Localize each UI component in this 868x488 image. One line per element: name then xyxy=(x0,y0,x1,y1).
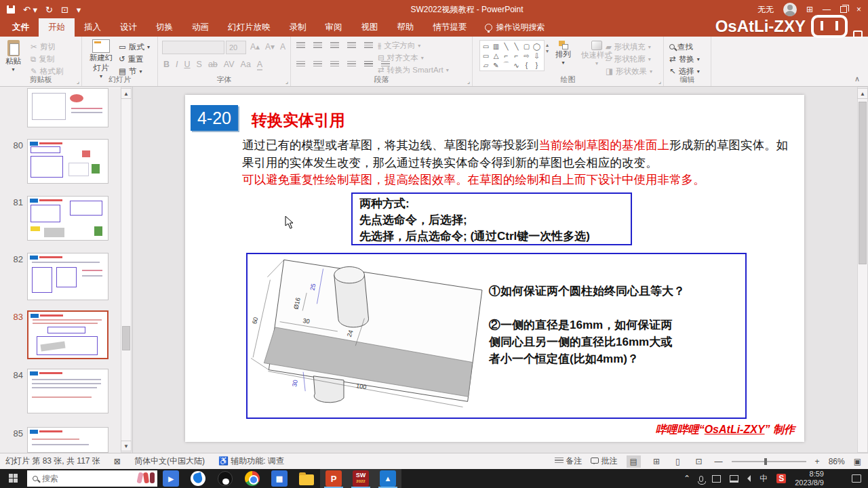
sougou-tray-icon[interactable]: S xyxy=(776,474,786,483)
taskbar-app-qq[interactable] xyxy=(212,469,239,488)
align-right-button[interactable] xyxy=(330,61,339,67)
start-button[interactable] xyxy=(0,469,27,488)
taskbar-app-explorer[interactable] xyxy=(293,469,320,488)
taskbar-app-photos[interactable]: ▲ xyxy=(374,469,401,488)
tab-record[interactable]: 录制 xyxy=(280,18,316,37)
justify-button[interactable] xyxy=(347,61,356,67)
save-icon[interactable] xyxy=(7,5,15,14)
microphone-icon[interactable] xyxy=(699,476,703,482)
underline-button[interactable]: U xyxy=(184,60,191,70)
device-tray-icon[interactable] xyxy=(712,475,721,483)
tab-storyboard[interactable]: 情节提要 xyxy=(424,18,477,37)
notes-button[interactable]: 备注 xyxy=(555,455,582,467)
taskbar-app-solidworks[interactable]: SW2022 xyxy=(347,469,374,488)
thumbnail-scroll-down-button[interactable]: ▼ xyxy=(121,441,132,451)
tab-view[interactable]: 视图 xyxy=(352,18,388,37)
thumbnail-scroll-up-button[interactable]: ▲ xyxy=(121,88,132,99)
line-spacing-button[interactable] xyxy=(364,42,373,48)
slide-canvas[interactable]: 4-20 转换实体引用 通过已有的模型或者草图，将其边线、草图轮廓等投影到当前绘… xyxy=(185,95,804,442)
zoom-slider-thumb[interactable] xyxy=(764,458,767,465)
thumbnail-slide-79[interactable] xyxy=(27,88,108,127)
cut-button[interactable]: ✂剪切 xyxy=(31,41,63,53)
minimize-button[interactable]: — xyxy=(823,5,831,14)
view-slide-sorter-button[interactable]: ⊞ xyxy=(650,455,663,468)
font-dialog-launcher[interactable]: ⌟ xyxy=(285,78,288,85)
paste-button[interactable]: 粘贴 ▾ xyxy=(5,40,21,73)
shadow-button[interactable]: S xyxy=(197,60,202,70)
clipboard-dialog-launcher[interactable]: ⌟ xyxy=(77,78,79,85)
char-spacing-button[interactable]: AV xyxy=(224,60,235,70)
main-scrollbar-thumb[interactable] xyxy=(859,102,867,264)
strikethrough-button[interactable]: ab xyxy=(208,60,218,70)
zoom-out-button[interactable]: — xyxy=(715,457,723,466)
qat-customize-button[interactable]: ▾ xyxy=(77,5,81,14)
layout-button[interactable]: ▭版式 xyxy=(119,41,150,53)
drawing-dialog-launcher[interactable]: ⌟ xyxy=(658,78,661,85)
font-color-button[interactable]: A xyxy=(257,60,262,70)
tab-insert[interactable]: 插入 xyxy=(75,18,111,37)
view-slideshow-button[interactable]: ⊡ xyxy=(692,455,706,468)
shapes-gallery-scroll[interactable]: ▴▾ xyxy=(546,42,549,54)
zoom-percentage[interactable]: 86% xyxy=(829,457,845,466)
zoom-in-button[interactable]: + xyxy=(815,457,820,466)
shape-outline-button[interactable]: ▱形状轮廓 xyxy=(606,53,652,65)
font-size-combobox[interactable]: 20 xyxy=(226,41,246,54)
taskbar-app-powerpoint[interactable]: P xyxy=(320,469,347,488)
collapse-ribbon-button[interactable]: ∧ xyxy=(854,75,860,83)
tab-home[interactable]: 开始 xyxy=(39,18,75,37)
align-center-button[interactable] xyxy=(313,61,322,67)
tab-animations[interactable]: 动画 xyxy=(182,18,218,37)
taskbar-clock[interactable]: 8:592023/8/9 xyxy=(795,470,824,487)
find-button[interactable]: 查找 xyxy=(669,41,700,53)
tab-review[interactable]: 审阅 xyxy=(316,18,352,37)
taskbar-app-thunder[interactable] xyxy=(184,469,212,488)
user-avatar[interactable] xyxy=(783,3,797,16)
arrange-button[interactable]: 排列 ▾ xyxy=(555,41,571,66)
redo-button[interactable]: ↻ xyxy=(45,5,53,14)
tab-file[interactable]: 文件 xyxy=(3,18,39,37)
italic-button[interactable]: I xyxy=(176,60,178,70)
text-direction-button[interactable]: ⫵文字方向 xyxy=(378,39,449,52)
view-normal-button[interactable]: ▤ xyxy=(627,455,641,468)
increase-indent-button[interactable] xyxy=(347,42,356,48)
tab-transitions[interactable]: 切换 xyxy=(146,18,182,37)
reset-button[interactable]: ↺重置 xyxy=(119,53,150,65)
zoom-slider[interactable] xyxy=(732,461,806,462)
main-scroll-up-button[interactable]: ▲ xyxy=(857,88,868,99)
tray-expand-chevron[interactable]: ⌃ xyxy=(684,474,690,483)
taskbar-app-calculator[interactable]: ▦ xyxy=(266,469,293,488)
new-slide-button[interactable]: 新建幻灯片 ▾ xyxy=(86,39,116,79)
thumbnail-slide-84[interactable] xyxy=(27,369,108,413)
shrink-font-button[interactable]: A▾ xyxy=(265,42,275,52)
start-slideshow-button[interactable]: ⊡ xyxy=(61,5,68,14)
thumbnail-slide-81[interactable] xyxy=(27,196,108,241)
tab-slideshow[interactable]: 幻灯片放映 xyxy=(218,18,280,37)
spell-check-icon[interactable]: ⊠ xyxy=(114,457,121,466)
thumbnail-slide-85[interactable] xyxy=(27,427,108,453)
language-indicator[interactable]: 简体中文(中国大陆) xyxy=(134,455,205,467)
bold-button[interactable]: B xyxy=(163,60,170,70)
align-left-button[interactable] xyxy=(296,61,305,67)
change-case-button[interactable]: Aa xyxy=(241,60,251,70)
thumbnail-slide-83-selected[interactable] xyxy=(27,310,108,359)
view-reading-button[interactable]: ▯ xyxy=(672,455,684,468)
restore-button[interactable] xyxy=(840,6,847,13)
taskbar-search[interactable] xyxy=(27,470,157,487)
tab-help[interactable]: 帮助 xyxy=(388,18,424,37)
thumbnail-scrollbar[interactable] xyxy=(121,87,132,453)
action-center-icon[interactable] xyxy=(852,474,861,483)
fit-to-window-button[interactable]: ▣ xyxy=(854,457,861,466)
paragraph-dialog-launcher[interactable]: ⌟ xyxy=(467,78,470,85)
speaker-icon[interactable] xyxy=(747,475,751,482)
ribbon-display-options-button[interactable]: ⊞ xyxy=(806,5,813,14)
bullets-button[interactable] xyxy=(296,42,305,48)
tab-design[interactable]: 设计 xyxy=(111,18,146,37)
comments-button[interactable]: 批注 xyxy=(591,455,617,467)
accessibility-status[interactable]: ♿ 辅助功能: 调查 xyxy=(218,455,284,467)
ime-indicator[interactable]: 中 xyxy=(760,473,768,485)
thumbnail-scrollbar-thumb[interactable] xyxy=(122,326,130,350)
align-text-button[interactable]: ⊟对齐文本 xyxy=(378,52,449,64)
grow-font-button[interactable]: A▴ xyxy=(250,42,260,52)
clear-format-button[interactable]: A xyxy=(280,42,285,52)
font-name-combobox[interactable] xyxy=(162,41,224,54)
